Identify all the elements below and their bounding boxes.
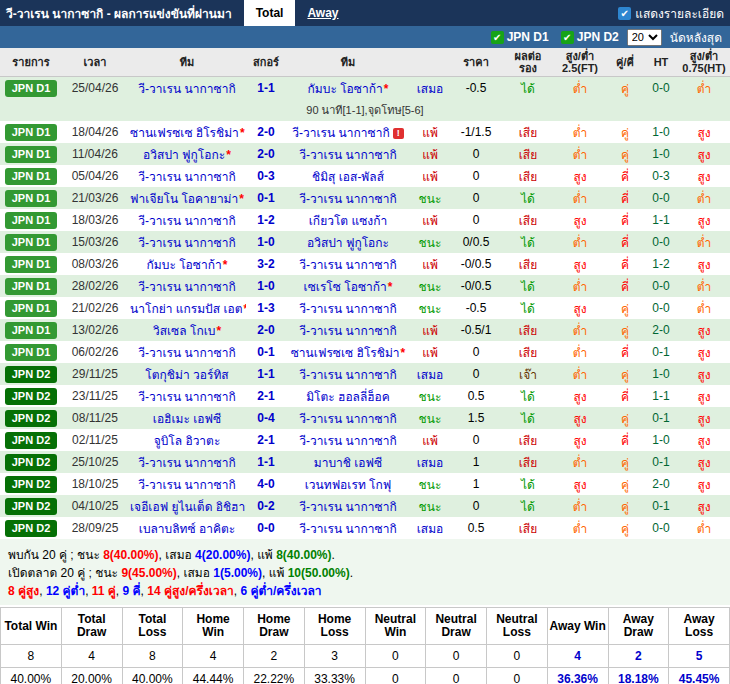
away-team[interactable]: อวิสปา ฟูกูโอกะ: [307, 236, 389, 250]
handicap-value: -0.5/1: [450, 319, 502, 341]
league-filter-label: JPN D1: [507, 30, 549, 44]
odds-result: เสีย: [502, 209, 554, 231]
away-team[interactable]: เวนทฟอเรท โกฟุ: [305, 478, 392, 492]
match-score: 1-3: [246, 297, 286, 319]
table-row: JPN D108/03/26กัมบะ โอซาก้า*3-2วี-วาเรน …: [0, 253, 730, 275]
home-team-cell: อวิสปา ฟูกูโอกะ*: [128, 143, 246, 165]
away-team[interactable]: ชิมิสุ เอส-พัลส์: [312, 170, 384, 184]
league-checkbox[interactable]: ✔: [561, 31, 574, 44]
show-details-checkbox[interactable]: ✔: [618, 7, 631, 20]
away-team[interactable]: วี-วาเรน นากาซากิ: [299, 258, 396, 272]
home-team[interactable]: วี-วาเรน นากาซากิ: [138, 478, 235, 492]
column-header: รายการ: [0, 48, 62, 77]
league-badge: JPN D2: [5, 432, 57, 449]
home-team[interactable]: วี-วาเรน นากาซากิ: [138, 82, 235, 96]
stats-count: 0: [487, 645, 548, 668]
away-team[interactable]: วี-วาเรน นากาซากิ: [299, 368, 396, 382]
home-team[interactable]: กัมบะ โอซาก้า: [147, 258, 222, 272]
home-team[interactable]: วี-วาเรน นากาซากิ: [138, 236, 235, 250]
home-team[interactable]: อวิสปา ฟูกูโอกะ: [143, 148, 225, 162]
away-team[interactable]: วี-วาเรน นากาซากิ: [299, 434, 396, 448]
away-team[interactable]: กัมบะ โอซาก้า: [308, 82, 383, 96]
table-row: JPN D218/10/25วี-วาเรน นากาซากิ4-0เวนทฟอ…: [0, 473, 730, 495]
stats-header: Away Draw: [608, 608, 669, 645]
table-row: JPN D128/02/26วี-วาเรน นากาซากิ1-0เซเรโซ…: [0, 275, 730, 297]
tab-away[interactable]: Away: [295, 0, 350, 26]
home-team[interactable]: วี-วาเรน นากาซากิ: [138, 280, 235, 294]
match-score: 1-0: [246, 275, 286, 297]
home-team-cell: วี-วาเรน นากาซากิ: [128, 231, 246, 253]
away-team[interactable]: วี-วาเรน นากาซากิ: [292, 126, 389, 140]
away-team[interactable]: วี-วาเรน นากาซากิ: [299, 192, 396, 206]
over-under-ft: ต่ำ: [554, 495, 606, 517]
odds-result: ได้: [502, 495, 554, 517]
match-score: 4-0: [246, 473, 286, 495]
handicap-value: 0.5: [450, 385, 502, 407]
home-team[interactable]: เจอีเอฟ ยูไนเต็ด อิชิฮาร่า: [130, 500, 246, 514]
away-team[interactable]: วี-วาเรน นากาซากิ: [299, 302, 396, 316]
table-row: JPN D118/04/26ซานเฟรซเซ ฮิโรชิม่า*2-0วี-…: [0, 121, 730, 143]
match-note: 90 นาที[1-1],จุดโทษ[5-6]: [0, 99, 730, 121]
tab-total[interactable]: Total: [244, 0, 296, 26]
match-history-table: รายการเวลาทีมสกอร์ทีมราคาผลต่อ รองสูง/ต่…: [0, 48, 730, 539]
odd-even: คี่: [606, 429, 644, 451]
home-team[interactable]: วี-วาเรน นากาซากิ: [138, 170, 235, 184]
stats-header: Neutral Loss: [487, 608, 548, 645]
odds-result: เจ๊า: [502, 363, 554, 385]
handicap-value: 0: [450, 209, 502, 231]
home-team[interactable]: ซานเฟรซเซ ฮิโรชิม่า: [130, 126, 239, 140]
away-team[interactable]: มาบาชิ เอฟซี: [314, 456, 382, 470]
home-team[interactable]: วี-วาเรน นากาซากิ: [138, 456, 235, 470]
league-cell: JPN D2: [0, 517, 62, 539]
match-count-select[interactable]: 20: [627, 29, 662, 46]
away-team[interactable]: มิโตะ ฮอลลี่ฮ็อค: [306, 390, 390, 404]
match-date: 13/02/26: [62, 319, 128, 341]
handicap-value: -0/0.5: [450, 275, 502, 297]
away-team[interactable]: วี-วาเรน นากาซากิ: [299, 522, 396, 536]
handicap-value: 0: [450, 187, 502, 209]
league-checkbox[interactable]: ✔: [491, 31, 504, 44]
ht-score: 0-0: [644, 77, 678, 100]
league-cell: JPN D1: [0, 165, 62, 187]
home-team[interactable]: วิสเซล โกเบ: [153, 324, 215, 338]
home-team[interactable]: วี-วาเรน นากาซากิ: [138, 390, 235, 404]
league-cell: JPN D1: [0, 143, 62, 165]
ht-score: 0-0: [644, 231, 678, 253]
home-team-cell: วี-วาเรน นากาซากิ: [128, 77, 246, 100]
away-team[interactable]: วี-วาเรน นากาซากิ: [299, 324, 396, 338]
home-team[interactable]: วี-วาเรน นากาซากิ: [138, 346, 235, 360]
column-header: ผลต่อ รอง: [502, 48, 554, 77]
stats-header: Neutral Win: [365, 608, 426, 645]
column-header: เวลา: [62, 48, 128, 77]
away-team[interactable]: ซานเฟรซเซ ฮิโรชิม่า: [291, 346, 400, 360]
match-score: 2-1: [246, 385, 286, 407]
home-team[interactable]: นาโกย่า แกรมปัส เอต: [130, 302, 243, 316]
home-team[interactable]: ฟาเจียโน โอคายาม่า: [130, 192, 238, 206]
ht-score: 0-1: [644, 495, 678, 517]
away-team[interactable]: วี-วาเรน นากาซากิ: [299, 148, 396, 162]
ht-score: 1-2: [644, 253, 678, 275]
away-team[interactable]: วี-วาเรน นากาซากิ: [299, 500, 396, 514]
show-details-toggle[interactable]: ✔ แสดงรายละเอียด: [618, 4, 724, 23]
home-team[interactable]: เอฮิเมะ เอฟซี: [153, 412, 221, 426]
odd-even: คู่: [606, 121, 644, 143]
stats-percent: 45.45%: [669, 668, 730, 684]
home-team[interactable]: วี-วาเรน นากาซากิ: [138, 214, 235, 228]
home-team[interactable]: โตกุชิม่า วอร์ทิส: [145, 368, 228, 382]
over-under-ht: ต่ำ: [678, 275, 730, 297]
home-team[interactable]: จูบิโล อิวาตะ: [154, 434, 221, 448]
stats-header: Away Win: [547, 608, 608, 645]
league-filter-jpn-d1[interactable]: ✔JPN D1: [491, 30, 549, 44]
league-filter-jpn-d2[interactable]: ✔JPN D2: [561, 30, 619, 44]
away-team[interactable]: วี-วาเรน นากาซากิ: [299, 412, 396, 426]
league-badge: JPN D2: [5, 388, 57, 405]
win-draw-loss-table: Total WinTotal DrawTotal LossHome WinHom…: [0, 607, 730, 684]
home-team[interactable]: เบลาบลิทซ์ อาคิตะ: [139, 522, 235, 536]
away-team-cell: วี-วาเรน นากาซากิ!: [286, 121, 410, 143]
away-team[interactable]: เซเรโซ โอซาก้า: [304, 280, 387, 294]
odds-result: เสีย: [502, 429, 554, 451]
stats-percent: 40.00%: [1, 668, 62, 684]
odds-result: เสีย: [502, 341, 554, 363]
odd-even: คี่: [606, 275, 644, 297]
away-team[interactable]: เกียวโต แซงก้า: [309, 214, 387, 228]
